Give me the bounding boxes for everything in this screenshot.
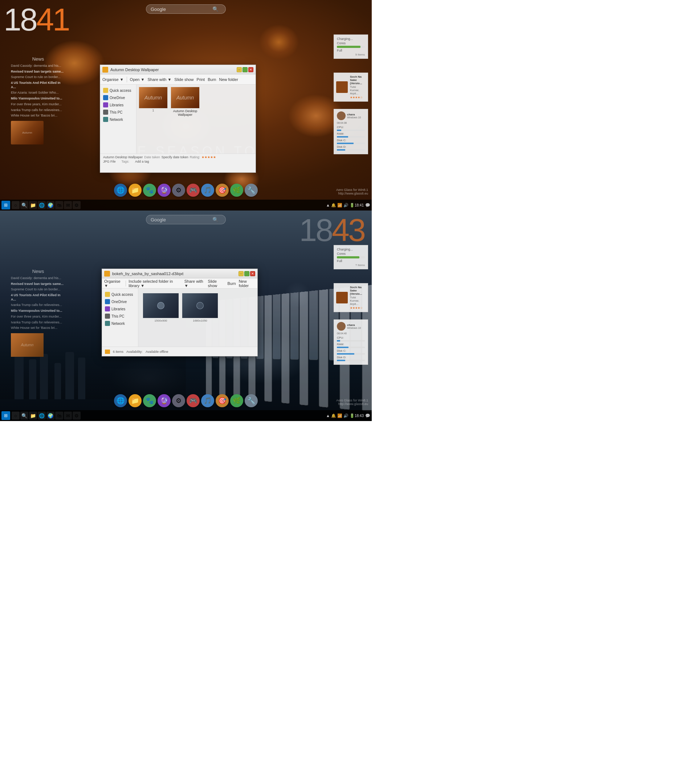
news-item[interactable]: 4 US Tourists And Pilot Killed In A... (11, 81, 65, 89)
search-bar-bottom[interactable]: 🔍 (146, 215, 226, 224)
close-button-bottom[interactable]: ✕ (250, 271, 255, 276)
news-item[interactable]: Supreme Court to rule on border... (11, 75, 65, 79)
search-input-top[interactable] (151, 7, 213, 12)
tray-notification[interactable]: 🔔 (331, 203, 336, 208)
sidebar-item-thispc-b[interactable]: This PC (104, 313, 137, 320)
launcher-icon-browser[interactable]: 🌐 (114, 184, 127, 197)
taskbar-icon-edge[interactable]: 🌐 (38, 201, 46, 209)
search-icon-bottom[interactable]: 🔍 (213, 217, 219, 222)
launcher-icon-gem-b[interactable]: 🔮 (158, 394, 171, 407)
file-item-bottom[interactable]: 1680x1050 (182, 293, 218, 322)
launcher-icon-paw-b[interactable]: 🐾 (143, 394, 156, 407)
toolbar-burn-b[interactable]: Burn (227, 281, 236, 286)
news-item[interactable]: Milo Yiannopoulos Uninvited to... (11, 97, 65, 101)
tray-action-center-b[interactable]: 💬 (365, 413, 370, 418)
tray-battery-b[interactable]: 🔋 (349, 413, 355, 418)
tray-network-b[interactable]: 📶 (337, 413, 342, 418)
launcher-icon-target[interactable]: 🎯 (216, 184, 229, 197)
news-item[interactable]: Ivanka Trump calls for relieveines... (11, 108, 65, 112)
news-item-b[interactable]: White House set for 'Bacos bri... (11, 326, 65, 330)
taskbar-top[interactable]: ⊞ ○ 🔍 📁 🌐 🌍 🛍 ✉ ⚙ ▲ 🔔 📶 🔊 🔋 18:41 💬 (0, 199, 372, 211)
taskbar-icon-store[interactable]: 🛍 (55, 201, 63, 209)
file-item-bottom[interactable]: 1500x900 (143, 293, 179, 322)
news-item-b[interactable]: Ivanka Trump calls for relieveines... (11, 303, 65, 308)
launcher-icon-browser-b[interactable]: 🌐 (114, 394, 127, 407)
taskbar-icon-mail[interactable]: ✉ (64, 201, 72, 209)
news-item[interactable]: Elor Azaria: Israeli Soldier Who... (11, 91, 65, 95)
maximize-button-top[interactable]: □ (242, 67, 247, 72)
launcher-icon-settings-b[interactable]: ⚙ (172, 394, 185, 407)
news-item-b[interactable]: Revised travel ban targets same... (11, 282, 65, 287)
news-item-b[interactable]: 4 US Tourists And Pilot Killed In A... (11, 293, 65, 301)
taskbar-icon-cortana-b[interactable]: ○ (12, 412, 20, 420)
news-item[interactable]: Revised travel ban targets same... (11, 70, 65, 74)
toolbar-open[interactable]: Open ▼ (130, 77, 145, 82)
sidebar-item-libraries-b[interactable]: Libraries (104, 305, 137, 313)
launcher-icon-tool-b[interactable]: 🔧 (245, 394, 258, 407)
taskbar-icon-settings[interactable]: ⚙ (73, 201, 81, 209)
taskbar-icon-search-b[interactable]: 🔍 (20, 412, 28, 420)
news-item[interactable]: White House set for 'Bacos bri... (11, 114, 65, 118)
tray-volume-b[interactable]: 🔊 (343, 413, 348, 418)
tray-volume[interactable]: 🔊 (343, 203, 348, 208)
start-button-top[interactable]: ⊞ (2, 201, 10, 209)
launcher-icon-music-b[interactable]: 🎵 (201, 394, 214, 407)
tray-notification-b[interactable]: 🔔 (331, 413, 336, 418)
sidebar-item-network-b[interactable]: Network (104, 320, 137, 327)
sidebar-item-quickaccess[interactable]: Quick access (102, 87, 135, 94)
minimize-button-bottom[interactable]: – (239, 271, 244, 276)
launcher-icon-files[interactable]: 📁 (129, 184, 142, 197)
taskbar-icon-edge-b[interactable]: 🌐 (38, 412, 46, 420)
maximize-button-bottom[interactable]: □ (244, 271, 249, 276)
sidebar-item-libraries[interactable]: Libraries (102, 101, 135, 109)
tray-chevron-b[interactable]: ▲ (326, 413, 330, 418)
search-input-bottom[interactable] (151, 217, 213, 222)
taskbar-icon-settings-b[interactable]: ⚙ (73, 412, 81, 420)
tray-battery[interactable]: 🔋 (349, 203, 355, 208)
launcher-icon-paw[interactable]: 🐾 (143, 184, 156, 197)
sidebar-item-quickaccess-b[interactable]: Quick access (104, 291, 137, 298)
tray-action-center[interactable]: 💬 (365, 203, 370, 208)
toolbar-include[interactable]: Include selected folder in library ▼ (129, 279, 181, 288)
toolbar-newfolder-b[interactable]: New folder (239, 279, 255, 288)
start-button-bottom[interactable]: ⊞ (2, 411, 10, 420)
toolbar-newfolder[interactable]: New folder (219, 77, 238, 82)
taskbar-icon-explorer-b[interactable]: 📁 (29, 412, 37, 420)
taskbar-bottom[interactable]: ⊞ ○ 🔍 📁 🌐 🌍 🛍 ✉ ⚙ ▲ 🔔 📶 🔊 🔋 18:43 💬 (0, 410, 372, 421)
news-item-b[interactable]: Supreme Court to rule on border... (11, 287, 65, 292)
file-item[interactable]: Autumn 1 (139, 87, 168, 117)
toolbar-organise-b[interactable]: Organise ▼ (104, 279, 123, 288)
launcher-icon-game[interactable]: 🎮 (186, 184, 199, 197)
launcher-icon-target-b[interactable]: 🎯 (216, 394, 229, 407)
search-icon-top[interactable]: 🔍 (213, 6, 219, 12)
launcher-icon-settings[interactable]: ⚙ (172, 184, 185, 197)
taskbar-icon-cortana[interactable]: ○ (12, 201, 20, 209)
sidebar-item-onedrive-b[interactable]: OneDrive (104, 298, 137, 305)
sidebar-item-thispc[interactable]: This PC (102, 109, 135, 116)
news-item[interactable]: David Cassidy: dementia and his... (11, 64, 65, 68)
taskbar-icon-mail-b[interactable]: ✉ (64, 412, 72, 420)
launcher-icon-music[interactable]: 🎵 (201, 184, 214, 197)
file-item[interactable]: Autumn Autumn Desktop Wallpaper (171, 87, 199, 117)
sidebar-item-network[interactable]: Network (102, 116, 135, 123)
launcher-icon-leaf-b[interactable]: 🌿 (230, 394, 243, 407)
toolbar-slideshow-b[interactable]: Slide show (208, 279, 225, 288)
toolbar-burn[interactable]: Burn (208, 77, 216, 82)
toolbar-slideshow[interactable]: Slide show (174, 77, 193, 82)
toolbar-share[interactable]: Share with ▼ (147, 77, 171, 82)
minimize-button-top[interactable]: – (237, 67, 242, 72)
launcher-icon-gem[interactable]: 🔮 (158, 184, 171, 197)
close-button-top[interactable]: ✕ (248, 67, 254, 72)
launcher-icon-game-b[interactable]: 🎮 (186, 394, 199, 407)
taskbar-icon-search[interactable]: 🔍 (20, 201, 28, 209)
toolbar-print[interactable]: Print (197, 77, 205, 82)
taskbar-icon-chrome-b[interactable]: 🌍 (46, 412, 54, 420)
sidebar-item-onedrive[interactable]: OneDrive (102, 94, 135, 101)
launcher-icon-leaf[interactable]: 🌿 (230, 184, 243, 197)
taskbar-icon-explorer[interactable]: 📁 (29, 201, 37, 209)
taskbar-icon-chrome[interactable]: 🌍 (46, 201, 54, 209)
tray-network[interactable]: 📶 (337, 203, 342, 208)
launcher-icon-files-b[interactable]: 📁 (129, 394, 142, 407)
news-item-b[interactable]: For over three years, Kim murder... (11, 315, 65, 319)
tray-chevron[interactable]: ▲ (326, 203, 330, 207)
